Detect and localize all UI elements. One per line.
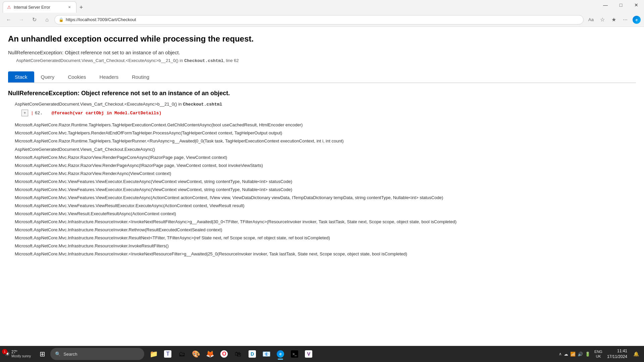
stack-frame: Microsoft.AspNetCore.Razor.Runtime.TagHe… <box>15 137 636 145</box>
temperature-display: 27° <box>11 350 31 354</box>
tab-cookies[interactable]: Cookies <box>61 71 93 82</box>
tab-close-button[interactable]: ✕ <box>67 5 72 10</box>
clock-display[interactable]: 11:41 17/11/2024 <box>605 348 629 360</box>
taskbar-app-terminal[interactable]: >_ <box>288 347 301 361</box>
close-button[interactable]: ✕ <box>629 0 644 10</box>
region-display: UK <box>596 354 601 359</box>
security-icon: 🔒 <box>59 17 64 22</box>
taskbar-app-firefox[interactable]: 🦊 <box>203 347 217 361</box>
stack-line-bar: | <box>31 111 34 116</box>
volume-icon: 🔊 <box>578 352 583 357</box>
tab-favicon: ⚠ <box>7 5 11 10</box>
favorites-button[interactable]: ☆ <box>597 14 608 25</box>
cloud-icon: ☁ <box>564 352 568 357</box>
language-display: ENG <box>594 349 602 354</box>
read-aloud-button[interactable]: Aa <box>586 14 596 25</box>
source-file-bold: Checkout.cshtml <box>184 58 223 63</box>
stack-frames: Microsoft.AspNetCore.Razor.Runtime.TagHe… <box>8 121 636 258</box>
language-region[interactable]: ENG UK <box>593 349 604 359</box>
address-bar[interactable]: 🔒 https://localhost:7009/Cart/Checkout <box>54 15 584 24</box>
page-content: An unhandled exception occurred while pr… <box>0 27 644 346</box>
error-tab-group: Stack Query Cookies Headers Routing <box>8 71 636 83</box>
wifi-icon: 📶 <box>570 352 576 357</box>
taskbar-app-opera[interactable]: O <box>217 347 231 361</box>
time-display: 11:41 <box>617 348 627 354</box>
taskbar-right: ∧ ☁ 📶 🔊 🔋 ENG UK 11:41 17/11/2024 🔔 <box>557 348 641 360</box>
taskbar-app-dell[interactable]: D <box>246 347 259 361</box>
collections-button[interactable]: ★ <box>608 14 619 25</box>
address-url: https://localhost:7009/Cart/Checkout <box>66 17 579 22</box>
tab-headers[interactable]: Headers <box>93 71 125 82</box>
exception-type-header: NullReferenceException: Object reference… <box>8 50 636 55</box>
maximize-button[interactable]: □ <box>613 0 629 10</box>
error-source-line: AspNetCoreGeneratedDocument.Views_Cart_C… <box>8 58 636 63</box>
expand-stack-button[interactable]: + <box>21 110 28 116</box>
tray-icon-1: ∧ <box>559 352 562 356</box>
stack-frame: Microsoft.AspNetCore.Mvc.Infrastructure.… <box>15 250 636 258</box>
taskbar-search-bar[interactable]: 🔍 Search <box>50 348 144 360</box>
stack-frame: Microsoft.AspNetCore.Mvc.Infrastructure.… <box>15 242 636 250</box>
stack-frame: Microsoft.AspNetCore.Mvc.TagHelpers.Rend… <box>15 129 636 137</box>
stack-frame: AspNetCoreGeneratedDocument.Views_Cart_C… <box>15 145 636 154</box>
battery-icon: 🔋 <box>585 352 590 357</box>
stack-line-number: 62. <box>35 111 45 116</box>
refresh-button[interactable]: ↻ <box>29 14 40 25</box>
stack-source-text: AspNetCoreGeneratedDocument.Views_Cart_C… <box>15 102 183 107</box>
edge-logo: e <box>633 16 641 24</box>
stack-content: NullReferenceException: Object reference… <box>8 90 636 258</box>
taskbar-app-teams[interactable]: T <box>161 347 174 361</box>
back-button[interactable]: ← <box>3 14 14 25</box>
date-display: 17/11/2024 <box>607 354 627 360</box>
stack-frame: Microsoft.AspNetCore.Mvc.Razor.RazorView… <box>15 154 636 162</box>
taskbar-apps: 📁 T 🗂 🎨 🦊 O 🛍 D 📧 <box>147 347 315 361</box>
weather-widget[interactable]: 1 ☀ 27° Mostly sunny <box>3 350 33 358</box>
stack-frame: Microsoft.AspNetCore.Mvc.ViewFeatures.Vi… <box>15 194 636 202</box>
weather-notification-badge: 1 <box>2 349 7 354</box>
more-options-button[interactable]: ··· <box>620 14 631 25</box>
window-controls: — □ ✕ <box>598 0 644 10</box>
browser-tab[interactable]: ⚠ Internal Server Error ✕ <box>3 1 76 13</box>
stack-frame: Microsoft.AspNetCore.Mvc.ViewResult.Exec… <box>15 210 636 218</box>
stack-source-line: AspNetCoreGeneratedDocument.Views_Cart_C… <box>8 102 636 107</box>
error-main-title: An unhandled exception occurred while pr… <box>8 34 478 44</box>
notification-center-button[interactable]: 🔔 <box>631 349 641 359</box>
taskbar-app-store[interactable]: 🛍 <box>231 347 245 361</box>
minimize-button[interactable]: — <box>598 0 613 10</box>
stack-frame: Microsoft.AspNetCore.Razor.Runtime.TagHe… <box>15 121 636 129</box>
tab-title: Internal Server Error <box>14 5 64 10</box>
tab-routing[interactable]: Routing <box>125 71 156 82</box>
weather-description: Mostly sunny <box>11 354 31 358</box>
stack-frame: Microsoft.AspNetCore.Mvc.Razor.RazorView… <box>15 170 636 178</box>
taskbar-app-paint[interactable]: 🎨 <box>189 347 203 361</box>
source-text: AspNetCoreGeneratedDocument.Views_Cart_C… <box>16 58 184 63</box>
stack-frame: Microsoft.AspNetCore.Mvc.Razor.RazorView… <box>15 162 636 170</box>
taskbar-app-edge[interactable]: e <box>274 347 287 361</box>
stack-frame: Microsoft.AspNetCore.Mvc.ViewFeatures.Vi… <box>15 178 636 186</box>
stack-frame: Microsoft.AspNetCore.Mvc.ViewFeatures.Vi… <box>15 202 636 210</box>
tab-query[interactable]: Query <box>34 71 61 82</box>
address-bar-row: ← → ↻ ⌂ 🔒 https://localhost:7009/Cart/Ch… <box>0 13 644 27</box>
stack-exception-heading: NullReferenceException: Object reference… <box>8 90 636 97</box>
tab-bar: ⚠ Internal Server Error ✕ + — □ ✕ <box>0 0 644 13</box>
source-suffix: , line 62 <box>223 58 239 63</box>
stack-frame: Microsoft.AspNetCore.Mvc.Infrastructure.… <box>15 226 636 234</box>
stack-frame: Microsoft.AspNetCore.Mvc.Infrastructure.… <box>15 234 636 242</box>
taskbar-app-outlook[interactable]: 📧 <box>260 347 273 361</box>
weather-text: 27° Mostly sunny <box>11 350 31 358</box>
toolbar-actions: Aa ☆ ★ ··· e <box>586 14 641 25</box>
taskbar-app-file-explorer[interactable]: 📁 <box>147 347 160 361</box>
taskbar-search-icon: 🔍 <box>55 351 61 357</box>
start-button[interactable]: ⊞ <box>36 347 49 361</box>
new-tab-button[interactable]: + <box>76 3 86 12</box>
stack-highlight-code: @foreach(var cartObj in Model.CartDetail… <box>52 111 162 116</box>
stack-source-bold: Checkout.cshtml <box>183 102 222 107</box>
taskbar: 1 ☀ 27° Mostly sunny ⊞ 🔍 Search 📁 T 🗂 <box>0 346 644 362</box>
taskbar-app-folders[interactable]: 🗂 <box>175 347 189 361</box>
taskbar-app-visual-studio[interactable]: V <box>302 347 315 361</box>
taskbar-search-text: Search <box>63 352 77 357</box>
stack-frame: Microsoft.AspNetCore.Mvc.Infrastructure.… <box>15 218 636 226</box>
stack-frame: Microsoft.AspNetCore.Mvc.ViewFeatures.Vi… <box>15 186 636 194</box>
tab-stack[interactable]: Stack <box>8 71 34 82</box>
forward-button[interactable]: → <box>16 14 27 25</box>
home-button[interactable]: ⌂ <box>42 14 52 25</box>
